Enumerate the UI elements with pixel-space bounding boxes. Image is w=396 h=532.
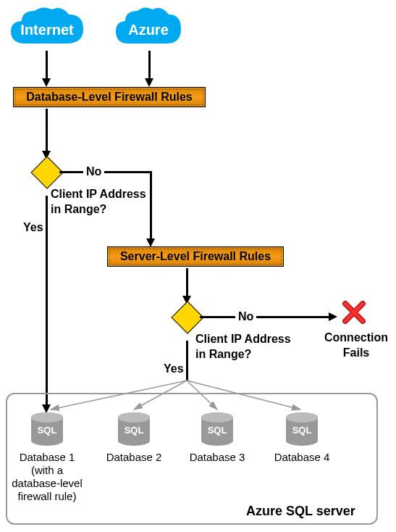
arrow-head-icon (145, 78, 153, 87)
server-firewall-label: Server-Level Firewall Rules (120, 250, 271, 262)
server-title: Azure SQL server (246, 504, 355, 519)
azure-cloud: Azure (112, 4, 185, 56)
azure-label: Azure (128, 22, 169, 38)
sql-text: SQL (38, 425, 57, 436)
decision-diamond (30, 156, 63, 188)
svg-point-7 (31, 412, 63, 423)
svg-point-6 (31, 436, 63, 446)
db-firewall-label: Database-Level Firewall Rules (26, 91, 192, 103)
db1-label: Database 1 (with a database-level firewa… (7, 451, 87, 503)
db-firewall-box: Database-Level Firewall Rules (13, 87, 206, 107)
database-icon: SQL (116, 412, 152, 451)
db4-label: Database 4 (262, 451, 342, 464)
database-icon: SQL (199, 412, 235, 451)
arrow-line (150, 171, 152, 240)
svg-point-10 (118, 436, 150, 446)
svg-text:SQL: SQL (292, 425, 312, 436)
arrow-line (59, 171, 152, 173)
svg-text:SQL: SQL (125, 425, 144, 436)
arrow-head-icon (329, 312, 337, 321)
no-label: No (83, 165, 104, 178)
fail-x-icon (342, 300, 366, 331)
yes-label: Yes (164, 362, 184, 375)
decision-question: Client IP Address in Range? (195, 332, 291, 362)
decision-question: Client IP Address in Range? (51, 187, 146, 217)
database-icon: SQL (29, 412, 65, 451)
db2-label: Database 2 (94, 451, 174, 464)
internet-label: Internet (20, 22, 73, 38)
server-firewall-box: Server-Level Firewall Rules (107, 246, 284, 267)
db3-label: Database 3 (177, 451, 257, 464)
svg-point-11 (118, 412, 150, 423)
fail-label: Connection Fails (324, 331, 388, 361)
database-icon: SQL (284, 412, 320, 451)
yes-label: Yes (23, 221, 43, 234)
arrow-head-icon (42, 78, 51, 87)
internet-cloud: Internet (7, 4, 87, 56)
no-label: No (235, 310, 256, 323)
arrow-line (186, 341, 188, 381)
arrow-line (46, 109, 48, 152)
arrow-line (148, 51, 151, 80)
decision-diamond (171, 301, 203, 333)
svg-point-15 (201, 436, 233, 446)
svg-point-21 (286, 412, 318, 423)
svg-point-20 (286, 436, 318, 446)
svg-point-16 (201, 412, 233, 423)
arrow-line (46, 51, 48, 80)
arrow-line (200, 316, 330, 318)
svg-text:SQL: SQL (208, 425, 227, 436)
arrow-line (46, 196, 48, 406)
arrow-line (186, 268, 188, 297)
